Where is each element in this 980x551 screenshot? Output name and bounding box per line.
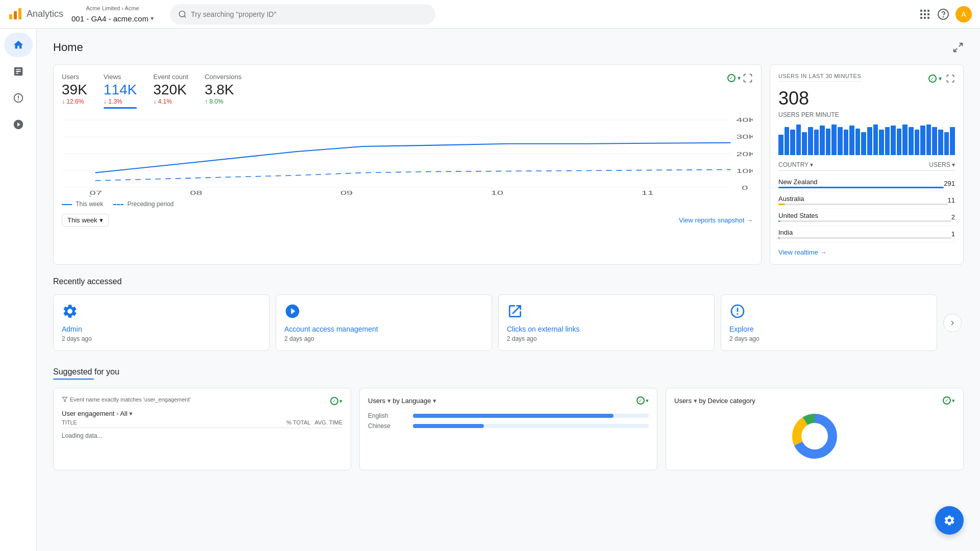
bar-chart-bar	[808, 127, 813, 155]
metric-events[interactable]: Event count 320K ↓ 4.1%	[153, 73, 188, 109]
bar-chart-bar	[855, 129, 861, 155]
analytics-logo-icon	[8, 7, 22, 21]
country-sort-icon: ▾	[810, 161, 813, 168]
engagement-table-header: TITLE % TOTAL AVG. TIME	[62, 419, 342, 428]
metric-events-change: ↓ 4.1%	[153, 98, 188, 105]
page-title: Home	[53, 41, 83, 54]
suggested-title: Suggested for you	[53, 367, 964, 377]
sidebar-item-advertising[interactable]	[4, 112, 33, 137]
svg-rect-1	[14, 11, 17, 19]
status-dropdown[interactable]: ▾	[738, 74, 741, 82]
metric-users-change: ↓ 12.6%	[62, 98, 87, 105]
chart-legend: This week Preceding period	[62, 201, 753, 208]
realtime-status-dot	[928, 74, 937, 83]
search-bar[interactable]	[170, 4, 435, 24]
suggested-status-dot-3	[943, 396, 951, 405]
suggested-section: Suggested for you Event name exactly mat…	[53, 367, 964, 470]
realtime-status-dropdown[interactable]: ▾	[939, 75, 942, 82]
country-table-header: COUNTRY ▾ USERS ▾	[778, 161, 955, 171]
suggested-card-language: Users ▾ by Language ▾ ▾ English Chinese	[359, 388, 657, 470]
bar-chart-bar	[879, 130, 884, 155]
donut-svg	[789, 411, 840, 462]
realtime-fullscreen-icon[interactable]	[946, 74, 955, 83]
realtime-count: 308	[778, 88, 955, 109]
country-us-name: United States	[778, 212, 951, 219]
bar-chart-bar	[861, 132, 866, 155]
reports-icon	[13, 66, 24, 77]
metrics-card-actions: ▾	[727, 73, 753, 83]
metric-events-value: 320K	[153, 82, 188, 98]
recent-external-time: 2 days ago	[507, 335, 706, 342]
recent-account-time: 2 days ago	[284, 335, 483, 342]
svg-point-3	[179, 11, 185, 16]
bar-chart-bar	[838, 127, 843, 155]
chart-svg: 40K 30K 20K 10K 0 07 Apr 08 09 10 11	[62, 115, 753, 196]
bar-chart-bar	[820, 126, 825, 155]
breadcrumb: Acme Limited › Acme 001 - GA4 - acme.com…	[71, 5, 154, 24]
carousel-next-button[interactable]	[943, 314, 962, 332]
line-chart: 40K 30K 20K 10K 0 07 Apr 08 09 10 11	[62, 115, 753, 196]
period-selector[interactable]: This week ▾	[62, 214, 109, 227]
svg-text:40K: 40K	[736, 117, 753, 123]
metrics-header: Users 39K ↓ 12.6% Views 114K ↓ 1.3% Even…	[62, 73, 753, 115]
app-logo[interactable]: Analytics	[8, 7, 63, 21]
metric-views-value: 114K	[104, 82, 137, 98]
page-header: Home	[53, 41, 964, 54]
realtime-actions: ▾	[928, 74, 955, 83]
suggested-card-2-status[interactable]: ▾	[636, 396, 649, 405]
avatar[interactable]: A	[955, 6, 972, 22]
country-nz-users: 291	[944, 180, 955, 187]
bar-chart-bar	[785, 127, 790, 155]
bar-chart-bar	[844, 130, 849, 155]
view-realtime-link[interactable]: View realtime →	[778, 248, 955, 256]
sidebar-item-explore[interactable]	[4, 86, 33, 110]
grid-icon[interactable]	[919, 8, 931, 20]
recent-card-external-links[interactable]: Clicks on external links 2 days ago	[498, 294, 715, 351]
metric-views-label: Views	[104, 73, 137, 81]
view-reports-link[interactable]: View reports snapshot →	[679, 216, 753, 224]
period-chevron-icon: ▾	[100, 216, 103, 224]
metric-conversions-label: Conversions	[205, 73, 241, 81]
country-row-nz: New Zealand 291	[778, 175, 955, 192]
sidebar-item-reports[interactable]	[4, 59, 33, 84]
svg-line-16	[954, 48, 957, 52]
metric-users-value: 39K	[62, 82, 87, 98]
recent-card-account-access[interactable]: Account access management 2 days ago	[276, 294, 492, 351]
bar-chart-bar	[831, 124, 837, 155]
metric-conversions-change: ↑ 8.0%	[205, 98, 241, 105]
users-col-header[interactable]: USERS ▾	[929, 161, 955, 168]
recent-card-explore[interactable]: Explore 2 days ago	[721, 294, 937, 351]
svg-rect-10	[920, 17, 922, 19]
search-input[interactable]	[191, 10, 427, 18]
country-us-users: 2	[951, 213, 955, 221]
metric-views[interactable]: Views 114K ↓ 1.3%	[104, 73, 137, 109]
bar-chart-bar	[902, 124, 908, 155]
users-sort-icon: ▾	[952, 161, 955, 168]
suggested-card-3-status[interactable]: ▾	[943, 396, 955, 405]
suggested-status-dot-2	[636, 396, 645, 405]
expand-icon[interactable]	[952, 42, 964, 53]
chevron-right-icon	[948, 319, 957, 327]
svg-rect-0	[9, 14, 12, 19]
svg-marker-33	[62, 397, 67, 402]
realtime-sub: USERS PER MINUTE	[778, 111, 955, 118]
settings-fab[interactable]	[935, 506, 964, 535]
country-row-au: Australia 11	[778, 192, 955, 209]
help-icon[interactable]	[937, 8, 949, 20]
recent-account-name: Account access management	[284, 325, 483, 333]
sidebar-item-home[interactable]	[4, 33, 33, 57]
property-selector[interactable]: 001 - GA4 - acme.com ▾	[71, 14, 154, 24]
country-col-header[interactable]: COUNTRY ▾	[778, 161, 813, 168]
suggested-card-1-status[interactable]: ▾	[330, 397, 342, 405]
fullscreen-icon[interactable]	[743, 73, 753, 83]
realtime-bar-chart	[778, 124, 955, 155]
svg-text:20K: 20K	[736, 151, 753, 157]
svg-line-15	[959, 43, 962, 46]
recent-card-admin[interactable]: Admin 2 days ago	[53, 294, 270, 351]
metric-conversions[interactable]: Conversions 3.8K ↑ 8.0%	[205, 73, 241, 109]
svg-text:30K: 30K	[736, 134, 753, 140]
sidebar	[0, 29, 37, 551]
status-dot	[727, 74, 736, 82]
metric-users[interactable]: Users 39K ↓ 12.6%	[62, 73, 87, 109]
external-links-icon	[507, 303, 523, 319]
